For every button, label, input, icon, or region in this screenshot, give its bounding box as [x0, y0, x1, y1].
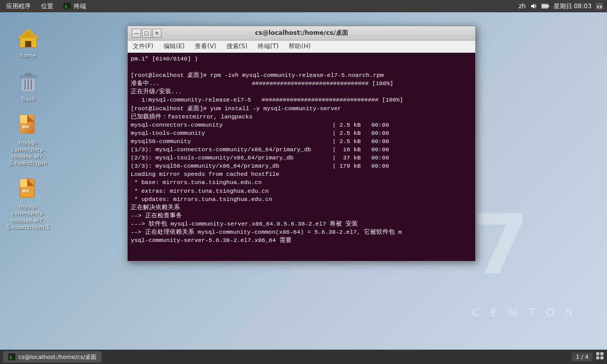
desktop-icon-mysql-rpm2-label: mysql-community-release-el7-5.noarch.rpm… — [5, 204, 51, 231]
svg-rect-4 — [548, 5, 549, 7]
desktop: 应用程序 位置 $_ 终端 zh 星期日 08:03 — [0, 0, 607, 364]
svg-rect-30 — [596, 356, 599, 359]
desktop-icon-trash[interactable]: Trash — [5, 69, 51, 103]
terminal-title: cs@localhost:/home/cs/桌面 — [161, 29, 441, 37]
svg-marker-2 — [531, 4, 534, 9]
taskbar: $ cs@localhost:/home/cs/桌面 1 / 4 — [0, 350, 607, 364]
menu-help[interactable]: 帮助(H) — [286, 41, 313, 52]
desktop-icon-home[interactable]: home — [5, 26, 51, 59]
svg-rect-11 — [25, 41, 31, 47]
svg-rect-31 — [600, 356, 603, 359]
volume-icon[interactable] — [530, 3, 537, 10]
terminal-menubar: 文件(F) 编辑(E) 查看(V) 搜索(S) 终端(T) 帮助(H) — [128, 41, 475, 53]
svg-rect-5 — [542, 5, 548, 8]
menu-view[interactable]: 查看(V) — [192, 41, 219, 52]
svg-rect-29 — [600, 352, 603, 355]
taskbar-left: $ cs@localhost:/home/cs/桌面 — [3, 351, 102, 362]
svg-text:$_: $_ — [65, 4, 70, 9]
desktop-icon-mysql-rpm2[interactable]: RPM mysql-community-release-el7-5.noarch… — [5, 177, 51, 231]
taskbar-app-label: cs@localhost:/home/cs/桌面 — [18, 353, 96, 361]
taskbar-apps-icon[interactable] — [596, 352, 604, 362]
menu-terminal[interactable]: 终端(T) — [255, 41, 282, 52]
menu-places[interactable]: 位置 — [39, 1, 55, 12]
svg-rect-24 — [20, 179, 27, 187]
datetime[interactable]: 星期日 08:03 — [554, 2, 592, 11]
top-bar: 应用程序 位置 $_ 终端 zh 星期日 08:03 — [0, 0, 607, 12]
battery-icon[interactable] — [541, 3, 550, 9]
menu-file[interactable]: 文件(F) — [130, 41, 156, 52]
top-bar-left: 应用程序 位置 $_ 终端 — [4, 1, 88, 12]
minimize-button[interactable]: — — [132, 29, 141, 38]
menu-terminal[interactable]: $_ 终端 — [62, 1, 88, 12]
language-indicator[interactable]: zh — [519, 3, 526, 10]
top-bar-right: zh 星期日 08:03 cs — [519, 2, 603, 11]
svg-rect-28 — [596, 352, 599, 355]
menu-edit[interactable]: 编辑(E) — [160, 41, 188, 52]
taskbar-pager[interactable]: 1 / 4 — [572, 353, 593, 361]
terminal-content[interactable]: pm.1" [6140/6140] ) [root@localhost 桌面]#… — [128, 53, 475, 261]
svg-text:$: $ — [9, 355, 12, 360]
svg-rect-21 — [20, 115, 27, 123]
user-indicator[interactable]: cs — [596, 3, 603, 10]
desktop-icon-trash-label: Trash — [21, 96, 35, 103]
maximize-button[interactable]: □ — [142, 29, 151, 38]
svg-text:RPM: RPM — [22, 125, 29, 129]
terminal-window: — □ ✕ cs@localhost:/home/cs/桌面 文件(F) 编辑(… — [127, 26, 476, 261]
desktop-icons: home Trash — [0, 21, 56, 236]
desktop-icon-mysql-rpm1[interactable]: RPM mysql-community-release-el7-5.noarch… — [5, 113, 51, 167]
window-controls: — □ ✕ — [132, 29, 161, 38]
centos-logo: 7 C E N T O S — [472, 208, 576, 323]
svg-rect-15 — [25, 73, 31, 76]
svg-text:cs: cs — [597, 4, 602, 9]
desktop-icon-home-label: home — [20, 52, 36, 59]
taskbar-right: 1 / 4 — [572, 352, 604, 362]
menu-applications[interactable]: 应用程序 — [4, 1, 33, 12]
close-button[interactable]: ✕ — [152, 29, 161, 38]
svg-text:RPM: RPM — [22, 189, 29, 193]
terminal-title-bar: — □ ✕ cs@localhost:/home/cs/桌面 — [128, 26, 475, 41]
desktop-icon-mysql-rpm1-label: mysql-community-release-el7-5.noarch.rpm — [5, 139, 51, 167]
menu-search[interactable]: 搜索(S) — [224, 41, 251, 52]
taskbar-app-terminal[interactable]: $ cs@localhost:/home/cs/桌面 — [3, 351, 102, 362]
